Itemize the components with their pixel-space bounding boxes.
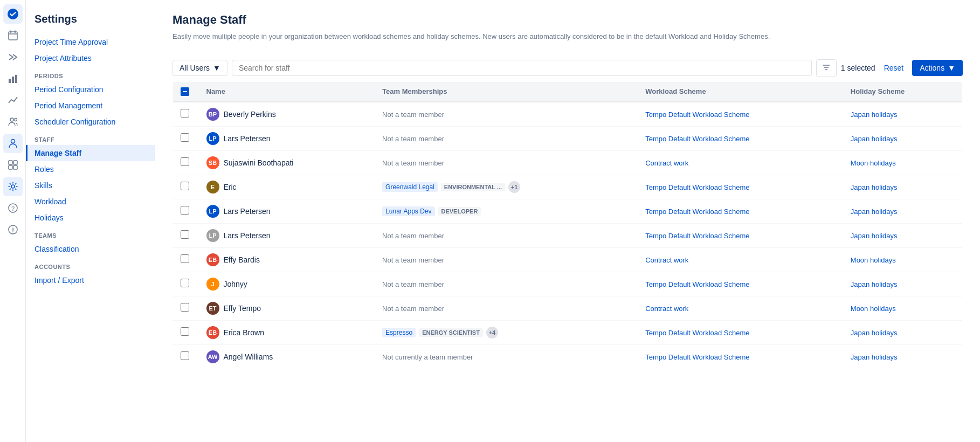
holiday-scheme-link[interactable]: Japan holidays: [851, 110, 898, 119]
holiday-scheme-link[interactable]: Japan holidays: [851, 232, 898, 240]
row-team-cell: Not a team member: [375, 223, 638, 247]
row-workload-cell: Tempo Default Workload Scheme: [638, 126, 843, 150]
toolbar-right: 1 selected Reset Actions ▼: [816, 59, 963, 77]
row-checkbox-cell: [173, 150, 199, 175]
grid-icon[interactable]: [3, 155, 23, 175]
row-checkbox[interactable]: [181, 279, 189, 287]
filter-icon: [822, 63, 831, 72]
toolbar: All Users ▼ 1 selected Reset Actions ▼: [172, 55, 963, 81]
sidebar-item-skills[interactable]: Skills: [26, 177, 155, 194]
not-member-text: Not a team member: [382, 280, 444, 288]
row-checkbox[interactable]: [181, 206, 189, 215]
not-member-text: Not a team member: [382, 305, 444, 313]
row-holiday-cell: Japan holidays: [843, 126, 963, 150]
sidebar-item-period-management[interactable]: Period Management: [26, 98, 155, 114]
holiday-scheme-link[interactable]: Moon holidays: [851, 159, 896, 167]
row-team-cell: Not a team member: [375, 102, 638, 127]
workload-scheme-link[interactable]: Tempo Default Workload Scheme: [645, 280, 749, 288]
fast-forward-icon[interactable]: [3, 47, 23, 67]
table-header-row: Name Team Memberships Workload Scheme Ho…: [173, 81, 963, 102]
sidebar-item-holidays[interactable]: Holidays: [26, 210, 155, 226]
reset-button[interactable]: Reset: [880, 60, 908, 75]
all-users-button[interactable]: All Users ▼: [172, 60, 227, 76]
sidebar-item-period-configuration[interactable]: Period Configuration: [26, 81, 155, 98]
row-name-cell: ETEffy Tempo: [199, 296, 375, 320]
holiday-scheme-link[interactable]: Japan holidays: [851, 280, 898, 288]
row-workload-cell: Tempo Default Workload Scheme: [638, 102, 843, 127]
table-row: ETEffy TempoNot a team memberContract wo…: [173, 296, 963, 320]
plus-count-badge: +1: [508, 181, 520, 193]
help-icon[interactable]: ?: [3, 198, 23, 218]
workload-scheme-link[interactable]: Tempo Default Workload Scheme: [645, 353, 749, 361]
row-holiday-cell: Japan holidays: [843, 272, 963, 296]
row-checkbox[interactable]: [181, 351, 189, 360]
row-workload-cell: Tempo Default Workload Scheme: [638, 320, 843, 344]
workload-scheme-link[interactable]: Tempo Default Workload Scheme: [645, 183, 749, 191]
holiday-scheme-link[interactable]: Moon holidays: [851, 256, 896, 264]
workload-scheme-link[interactable]: Tempo Default Workload Scheme: [645, 329, 749, 337]
sidebar-item-project-attributes[interactable]: Project Attributes: [26, 50, 155, 66]
holiday-scheme-link[interactable]: Japan holidays: [851, 135, 898, 143]
team-memberships: Greenwald LegalENVIRONMENTAL ...+1: [382, 181, 630, 193]
line-chart-icon[interactable]: [3, 91, 23, 110]
sidebar-item-scheduler-configuration[interactable]: Scheduler Configuration: [26, 114, 155, 130]
sidebar-section-accounts: ACCOUNTS: [26, 257, 155, 272]
settings-icon[interactable]: [3, 177, 23, 196]
row-checkbox[interactable]: [181, 254, 189, 263]
user-name-text: Sujaswini Boothapati: [224, 158, 294, 167]
holiday-scheme-link[interactable]: Japan holidays: [851, 208, 898, 216]
not-member-text: Not a team member: [382, 256, 444, 264]
header-checkbox-cell: [173, 81, 199, 102]
row-checkbox[interactable]: [181, 230, 189, 239]
holiday-scheme-link[interactable]: Japan holidays: [851, 329, 898, 337]
user-name: LPLars Petersen: [206, 229, 368, 242]
person-icon[interactable]: [3, 134, 23, 153]
avatar: J: [206, 278, 219, 291]
sidebar-item-project-time-approval[interactable]: Project Time Approval: [26, 34, 155, 50]
row-checkbox[interactable]: [181, 157, 189, 166]
avatar: LP: [206, 229, 219, 242]
table-row: LPLars PetersenNot a team memberTempo De…: [173, 126, 963, 150]
row-checkbox-cell: [173, 126, 199, 150]
workload-scheme-link[interactable]: Tempo Default Workload Scheme: [645, 110, 749, 119]
avatar: AW: [206, 350, 219, 363]
calendar-icon[interactable]: [3, 26, 23, 45]
workload-scheme-link[interactable]: Tempo Default Workload Scheme: [645, 135, 749, 143]
row-holiday-cell: Japan holidays: [843, 320, 963, 344]
row-holiday-cell: Moon holidays: [843, 296, 963, 320]
row-checkbox[interactable]: [181, 182, 189, 190]
user-name: EBErica Brown: [206, 326, 368, 339]
sidebar-item-import-export[interactable]: Import / Export: [26, 272, 155, 288]
workload-scheme-link[interactable]: Contract work: [645, 159, 688, 167]
row-checkbox[interactable]: [181, 133, 189, 142]
holiday-scheme-link[interactable]: Moon holidays: [851, 305, 896, 313]
workload-scheme-link[interactable]: Tempo Default Workload Scheme: [645, 208, 749, 216]
sidebar-item-manage-staff[interactable]: Manage Staff: [26, 145, 155, 161]
holiday-scheme-link[interactable]: Japan holidays: [851, 183, 898, 191]
toolbar-left: All Users ▼: [172, 60, 812, 76]
svg-rect-7: [15, 75, 17, 83]
user-name-text: Eric: [224, 183, 237, 191]
sidebar-item-roles[interactable]: Roles: [26, 161, 155, 177]
sidebar-item-classification[interactable]: Classification: [26, 241, 155, 257]
workload-scheme-link[interactable]: Tempo Default Workload Scheme: [645, 232, 749, 240]
sidebar-item-workload[interactable]: Workload: [26, 194, 155, 210]
workload-scheme-link[interactable]: Contract work: [645, 305, 688, 313]
holiday-scheme-link[interactable]: Japan holidays: [851, 353, 898, 361]
people-icon[interactable]: [3, 112, 23, 132]
app-logo-icon[interactable]: [3, 4, 23, 24]
workload-scheme-link[interactable]: Contract work: [645, 256, 688, 264]
row-checkbox[interactable]: [181, 109, 189, 118]
actions-button[interactable]: Actions ▼: [912, 60, 963, 76]
bar-chart-icon[interactable]: [3, 69, 23, 88]
header-checkbox[interactable]: [181, 87, 189, 96]
avatar: ET: [206, 302, 219, 315]
compass-icon[interactable]: [3, 220, 23, 239]
filter-button[interactable]: [816, 59, 837, 77]
user-name-text: Angel Williams: [224, 353, 273, 361]
row-checkbox[interactable]: [181, 327, 189, 336]
user-name: EEric: [206, 181, 368, 194]
search-input[interactable]: [232, 60, 812, 76]
row-checkbox[interactable]: [181, 303, 189, 312]
svg-marker-19: [12, 226, 14, 233]
